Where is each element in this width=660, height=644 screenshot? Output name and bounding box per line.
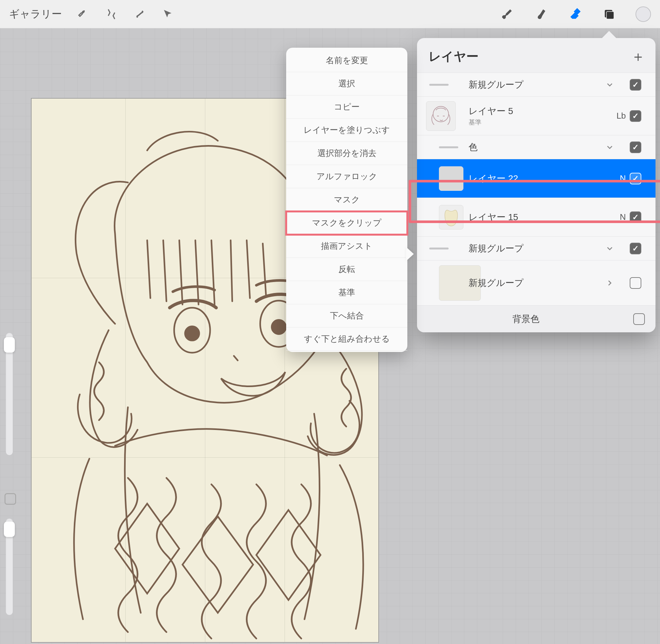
chevron-down-icon[interactable]: [603, 141, 616, 154]
selection-icon[interactable]: [133, 7, 147, 21]
layer-name-label: 色: [469, 141, 599, 154]
layer-name-label: 新規グループ: [469, 243, 599, 255]
group-handle-icon: [429, 84, 449, 86]
layer-context-menu: 名前を変更 選択 コピー レイヤーを塗りつぶす 選択部分を消去 アルファロック …: [286, 48, 407, 352]
blend-mode-label[interactable]: Lb: [603, 111, 626, 121]
ctx-merge-down[interactable]: 下へ結合: [286, 304, 407, 327]
chevron-down-icon[interactable]: [603, 78, 616, 91]
ctx-mask[interactable]: マスク: [286, 188, 407, 211]
svg-point-6: [272, 320, 286, 334]
layer-thumbnail: [439, 166, 464, 191]
ctx-rename[interactable]: 名前を変更: [286, 49, 407, 72]
layer-row-selected[interactable]: レイヤー 22 N: [417, 159, 656, 198]
layer-subtitle-label: 基準: [469, 118, 599, 127]
add-layer-button[interactable]: ＋: [631, 47, 645, 66]
layer-name-label: 新規グループ: [469, 277, 599, 289]
ctx-pointer-icon: [406, 247, 414, 261]
ctx-reference[interactable]: 基準: [286, 281, 407, 304]
adjustments-icon[interactable]: [104, 7, 119, 21]
chevron-down-icon[interactable]: [603, 242, 616, 255]
ctx-alpha-lock[interactable]: アルファロック: [286, 165, 407, 188]
wrench-icon[interactable]: [76, 7, 90, 21]
ctx-clip-mask[interactable]: マスクをクリップ: [286, 211, 407, 235]
layers-icon[interactable]: [602, 7, 616, 21]
blend-mode-label[interactable]: N: [603, 212, 626, 222]
layer-group-row[interactable]: 新規グループ: [417, 72, 656, 96]
ctx-copy[interactable]: コピー: [286, 95, 407, 119]
layer-name-label: 新規グループ: [469, 79, 599, 91]
color-picker-icon[interactable]: [636, 6, 651, 22]
blend-mode-label[interactable]: N: [603, 174, 626, 183]
visibility-checkbox[interactable]: [630, 277, 641, 289]
ctx-invert[interactable]: 反転: [286, 258, 407, 281]
svg-point-7: [433, 106, 449, 122]
visibility-checkbox[interactable]: [630, 141, 641, 153]
background-layer-row[interactable]: 背景色: [417, 305, 656, 332]
modify-tool-button[interactable]: [4, 493, 16, 505]
ctx-clear-selection[interactable]: 選択部分を消去: [286, 142, 407, 165]
transform-icon[interactable]: [161, 7, 175, 21]
gallery-button[interactable]: ギャラリー: [9, 7, 62, 21]
layer-group-row[interactable]: 色: [417, 135, 656, 159]
layer-thumbnail: [426, 101, 456, 131]
svg-rect-2: [607, 11, 614, 19]
brush-size-slider-thumb[interactable]: [4, 337, 15, 353]
brush-icon[interactable]: [501, 7, 516, 21]
chevron-right-icon[interactable]: [603, 277, 616, 290]
visibility-checkbox[interactable]: [630, 173, 641, 184]
visibility-checkbox[interactable]: [630, 79, 641, 91]
top-toolbar: ギャラリー: [0, 0, 660, 28]
visibility-checkbox[interactable]: [633, 313, 645, 325]
visibility-checkbox[interactable]: [630, 110, 641, 122]
layer-row[interactable]: 新規グループ: [417, 260, 656, 305]
layer-row[interactable]: レイヤー 15 N: [417, 198, 656, 236]
layers-panel-title: レイヤー: [429, 48, 478, 65]
smudge-icon[interactable]: [535, 7, 549, 21]
layer-thumbnail: [439, 205, 464, 230]
visibility-checkbox[interactable]: [630, 211, 641, 223]
layer-name-label: レイヤー 5: [469, 105, 599, 117]
ctx-drawing-assist[interactable]: 描画アシスト: [286, 235, 407, 258]
eraser-icon[interactable]: [568, 7, 583, 21]
layer-name-label: レイヤー 15: [469, 211, 599, 223]
ctx-combine-down[interactable]: すぐ下と組み合わせる: [286, 327, 407, 351]
visibility-checkbox[interactable]: [630, 243, 641, 254]
svg-point-5: [185, 326, 199, 341]
ctx-fill-layer[interactable]: レイヤーを塗りつぶす: [286, 119, 407, 142]
opacity-slider-thumb[interactable]: [4, 522, 15, 537]
layer-name-label: レイヤー 22: [469, 172, 599, 185]
layer-row[interactable]: レイヤー 5 基準 Lb: [417, 96, 656, 135]
group-handle-icon: [429, 248, 449, 250]
group-handle-icon: [439, 146, 458, 148]
ctx-select[interactable]: 選択: [286, 72, 407, 95]
layer-group-row[interactable]: 新規グループ: [417, 236, 656, 260]
background-label: 背景色: [512, 313, 540, 325]
layers-panel: レイヤー ＋ 新規グループ レイヤー 5 基準 Lb 色: [417, 38, 656, 332]
